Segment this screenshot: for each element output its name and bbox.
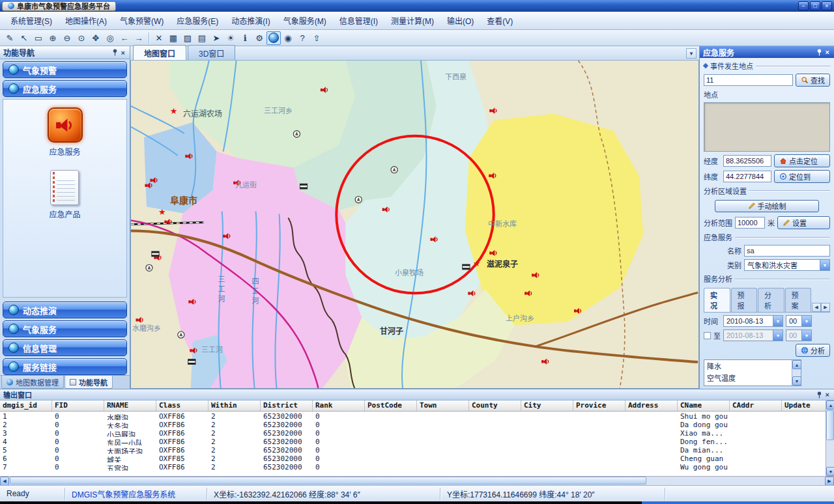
element-listbox[interactable]: 降水空气温度 ▲ ▼: [704, 359, 801, 386]
column-header[interactable]: Rank: [313, 400, 365, 411]
shortcut-emergency-product[interactable]: 应急产品: [49, 170, 80, 219]
export-icon[interactable]: ⇧: [309, 31, 324, 45]
nav-group-dynamic-deduction[interactable]: 动态推演: [3, 301, 127, 318]
analysis-tab-live[interactable]: 实况: [704, 288, 730, 312]
pin-icon[interactable]: [816, 391, 822, 399]
pointer-icon[interactable]: ➤: [209, 31, 223, 45]
shortcut-emergency-service[interactable]: 应急服务: [48, 107, 83, 157]
clear-icon[interactable]: ✕: [152, 31, 166, 45]
pin-icon[interactable]: [112, 49, 118, 56]
nav-group-weather-warning[interactable]: 气象预警: [3, 61, 127, 78]
close-icon[interactable]: ×: [120, 49, 126, 56]
scroll-left-icon[interactable]: ◀: [0, 477, 9, 486]
help-icon[interactable]: ?: [295, 31, 309, 45]
scrollbar-thumb[interactable]: [10, 477, 646, 484]
map-tab-3d-window[interactable]: 3D窗口: [188, 45, 235, 60]
column-header[interactable]: PostCode: [365, 400, 417, 411]
start-date-select[interactable]: 2010-08-13 ▼: [723, 315, 783, 327]
nav-group-emergency-service[interactable]: 应急服务: [3, 80, 127, 97]
table-row[interactable]: 40东风一小队OXFF8626523020000Dong fen...: [0, 437, 826, 445]
set-range-button[interactable]: 设置: [777, 216, 830, 229]
locate-to-button[interactable]: 定位到: [774, 170, 830, 183]
end-hour-select[interactable]: 00 ▼: [786, 329, 812, 341]
map-tab-map-window[interactable]: 地图窗口: [133, 45, 186, 60]
select-arrow-icon[interactable]: ↖: [17, 31, 31, 45]
zoom-out-icon[interactable]: ⊖: [60, 31, 74, 45]
to-checkbox[interactable]: [704, 332, 711, 339]
table-row[interactable]: 70五宫沟OXFF8626523020000Wu gong gou: [0, 462, 826, 471]
menu-item-view[interactable]: 查看(V): [480, 12, 519, 29]
restore-button[interactable]: □: [810, 1, 820, 10]
menu-item-weather-service[interactable]: 气象服务(M): [277, 12, 333, 29]
select-rect-icon[interactable]: ▭: [31, 31, 46, 45]
menu-item-dynamic-deduction[interactable]: 动态推演(I): [225, 12, 276, 29]
scroll-down-icon[interactable]: ▼: [792, 376, 801, 385]
nav-group-weather-service[interactable]: 气象服务: [3, 320, 127, 337]
column-header[interactable]: District: [261, 400, 313, 411]
scroll-up-icon[interactable]: ▲: [826, 400, 834, 410]
column-header[interactable]: CName: [678, 400, 730, 411]
layers-icon[interactable]: ▦: [166, 31, 180, 45]
close-icon[interactable]: ×: [824, 391, 831, 398]
end-date-select[interactable]: 2010-08-13 ▼: [723, 329, 783, 341]
analysis-tab-forecast[interactable]: 预报: [731, 288, 758, 312]
service-name-input[interactable]: [744, 245, 830, 257]
scroll-up-icon[interactable]: ▲: [792, 360, 801, 369]
column-header[interactable]: dmgis_id: [0, 400, 52, 411]
column-header[interactable]: City: [521, 400, 573, 411]
map-canvas[interactable]: ★★★ 下西泉六运湖农场三工河乡九运街阜康市中新水库滋泥泉子小泉牧场上户沟乡甘河…: [130, 61, 699, 389]
pan-icon[interactable]: ✥: [89, 31, 103, 45]
tab-scroll-right-icon[interactable]: ▶: [821, 303, 830, 312]
scroll-down-icon[interactable]: ▼: [826, 467, 834, 476]
table-row[interactable]: 20大冬沟OXFF8626523020000Da dong gou: [0, 420, 826, 428]
table-row[interactable]: 60城关OXFF8526523020000Cheng guan: [0, 454, 826, 462]
info-icon[interactable]: ℹ: [238, 31, 252, 45]
menu-item-info-management[interactable]: 信息管理(I): [333, 12, 384, 29]
pencil-icon[interactable]: ✎: [3, 31, 17, 45]
horizontal-scrollbar[interactable]: ◀ ▶: [0, 476, 834, 485]
image-icon[interactable]: ▨: [180, 31, 195, 45]
print-icon[interactable]: ▤: [195, 31, 209, 45]
column-header[interactable]: CAddr: [730, 400, 782, 411]
column-header[interactable]: Within: [208, 400, 261, 411]
analysis-tab-analysis[interactable]: 分析: [758, 288, 784, 312]
analyze-button[interactable]: 分析: [796, 344, 830, 357]
listbox-scrollbar[interactable]: ▲ ▼: [792, 360, 801, 385]
menu-item-measure-calc[interactable]: 测量计算(M): [384, 12, 440, 29]
gear-icon[interactable]: ⚙: [252, 31, 266, 45]
nav-group-service-links[interactable]: 服务链接: [3, 358, 127, 375]
table-row[interactable]: 10水磨沟OXFF8626523020000Shui mo gou: [0, 412, 826, 420]
column-header[interactable]: Town: [417, 400, 469, 411]
start-hour-select[interactable]: 00 ▼: [786, 315, 812, 327]
find-button[interactable]: 查找: [796, 74, 830, 87]
manual-draw-button[interactable]: 手动绘制: [715, 200, 819, 212]
menu-item-system-management[interactable]: 系统管理(S): [4, 12, 59, 29]
minimize-button[interactable]: −: [798, 1, 809, 10]
pin-icon[interactable]: [816, 49, 822, 56]
eye-icon[interactable]: ◉: [281, 31, 295, 45]
event-location-input[interactable]: [704, 74, 793, 86]
close-button[interactable]: ×: [822, 1, 832, 10]
nav-tab-map-data-management[interactable]: 地图数据管理: [1, 376, 64, 389]
column-header[interactable]: Class: [156, 400, 208, 411]
tab-scroll-left-icon[interactable]: ◀: [812, 303, 821, 312]
menu-item-emergency-service[interactable]: 应急服务(E): [170, 12, 225, 29]
vertical-scrollbar[interactable]: ▲ ▼: [826, 400, 834, 476]
zoom-window-icon[interactable]: ⊙: [74, 31, 89, 45]
bulb-icon[interactable]: ☀: [223, 31, 238, 45]
nav-group-info-management[interactable]: 信息管理: [3, 339, 127, 356]
back-icon[interactable]: ←: [117, 31, 132, 45]
forward-icon[interactable]: →: [132, 31, 146, 45]
latitude-input[interactable]: [723, 171, 771, 182]
zoom-in-icon[interactable]: ⊕: [46, 31, 60, 45]
column-header[interactable]: FID: [52, 400, 104, 411]
service-type-select[interactable]: 气象和洪水灾害 ▼: [744, 259, 830, 271]
column-header[interactable]: Address: [626, 400, 678, 411]
scroll-right-icon[interactable]: ▶: [825, 477, 834, 486]
table-row[interactable]: 30小马厩沟OXFF8626523020000Xiao ma...: [0, 428, 826, 437]
click-locate-button[interactable]: 点击定位: [774, 154, 830, 167]
scrollbar-thumb[interactable]: [826, 410, 834, 440]
column-header[interactable]: RNAME: [104, 400, 156, 411]
list-item[interactable]: 降水: [704, 360, 792, 372]
analysis-tab-plan[interactable]: 预案: [785, 288, 812, 312]
